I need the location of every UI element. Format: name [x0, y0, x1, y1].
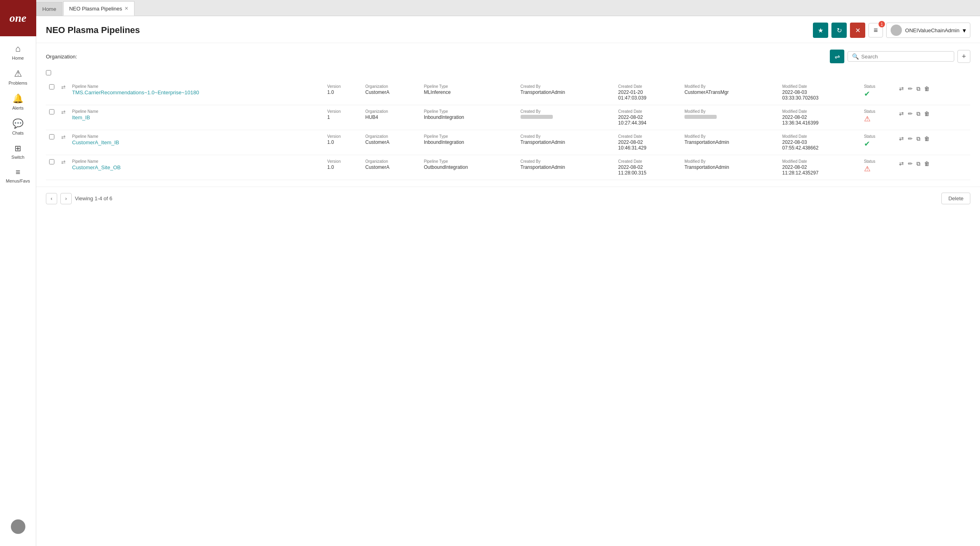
copy-action-button[interactable]: ⧉ — [915, 84, 922, 93]
modified-date-cell: Modified Date 2022-08-0211:28:12.435297 — [779, 155, 861, 180]
pipeline-name-cell: Pipeline Name TMS.CarrierRecommendations… — [69, 80, 324, 105]
logo-text: one — [10, 12, 27, 25]
sidebar-item-alerts[interactable]: 🔔 Alerts — [0, 89, 36, 114]
organization-value: CustomerA — [365, 89, 417, 95]
star-button[interactable]: ★ — [813, 23, 828, 38]
modified-date-label: Modified Date — [782, 159, 858, 164]
organization-value: HUB4 — [365, 114, 417, 120]
pipeline-type-value: InboundIntegration — [424, 114, 514, 120]
viewing-text: Viewing 1-4 of 6 — [75, 195, 112, 201]
pipeline-type-label: Pipeline Type — [424, 134, 514, 139]
app-logo[interactable]: one — [0, 0, 36, 36]
status-success-icon: ✔ — [864, 90, 870, 98]
table-row: ⇄ Pipeline Name CustomerA_Site_OB Versio… — [46, 155, 970, 180]
status-cell: Status ⚠ — [861, 155, 895, 180]
sidebar-item-label: Problems — [8, 81, 27, 85]
pipeline-name-value[interactable]: TMS.CarrierRecommendations~1.0~Enterpris… — [72, 89, 321, 95]
pipeline-name-label: Pipeline Name — [72, 109, 321, 114]
tab-neo[interactable]: NEO Plasma Pipelines ✕ — [63, 1, 135, 16]
dropdown-arrow-icon: ▾ — [963, 27, 966, 34]
modified-by-value: CustomerATransMgr — [684, 89, 776, 95]
refresh-button[interactable]: ↻ — [831, 23, 847, 38]
copy-action-button[interactable]: ⧉ — [915, 159, 922, 168]
row-checkbox[interactable] — [49, 159, 54, 164]
edit-action-button[interactable]: ✏ — [907, 159, 914, 168]
flow-action-button[interactable]: ⇄ — [898, 134, 905, 143]
prev-page-button[interactable]: ‹ — [46, 193, 57, 204]
delete-action-button[interactable]: 🗑 — [923, 84, 931, 93]
select-all-checkbox[interactable] — [46, 70, 51, 75]
created-date-cell: Created Date 2022-08-0210:27:44.394 — [615, 105, 681, 130]
add-icon: + — [962, 52, 966, 61]
created-by-cell: Created By TransportationAdmin — [517, 80, 615, 105]
modified-date-value: 2022-08-0303:33:30.702603 — [782, 89, 858, 101]
delete-action-button[interactable]: 🗑 — [923, 134, 931, 143]
status-success-icon: ✔ — [864, 140, 870, 148]
pipeline-type-cell: Pipeline Type OutboundIntegration — [421, 155, 517, 180]
pipeline-name-value[interactable]: Item_IB — [72, 114, 321, 120]
menu-icon: ≡ — [16, 168, 21, 177]
chat-icon: 💬 — [12, 118, 23, 129]
sidebar-item-switch[interactable]: ⊞ Switch — [0, 139, 36, 164]
pipeline-name-value[interactable]: CustomerA_Item_IB — [72, 139, 321, 145]
pipeline-type-value: MLInference — [424, 89, 514, 95]
pipeline-type-label: Pipeline Type — [424, 109, 514, 114]
modified-date-label: Modified Date — [782, 84, 858, 89]
flow-action-button[interactable]: ⇄ — [898, 159, 905, 168]
sidebar-item-chats[interactable]: 💬 Chats — [0, 114, 36, 139]
table-row: ⇄ Pipeline Name TMS.CarrierRecommendatio… — [46, 80, 970, 105]
header-actions: ★ ↻ ✕ ≡ 1 ONEIValueChainAdmin ▾ — [813, 23, 970, 38]
close-button[interactable]: ✕ — [850, 23, 865, 38]
status-error-icon: ⚠ — [864, 115, 870, 123]
created-date-value: 2022-08-0210:46:31.429 — [618, 139, 678, 151]
add-button[interactable]: + — [957, 50, 970, 63]
organization-label: Organization — [365, 134, 417, 139]
row-checkbox-cell — [46, 130, 58, 155]
modified-date-value: 2022-08-0307:55:42.438662 — [782, 139, 858, 151]
modified-by-cell: Modified By — [681, 105, 779, 130]
search-input[interactable] — [861, 54, 950, 60]
delete-action-button[interactable]: 🗑 — [923, 159, 931, 168]
copy-action-button[interactable]: ⧉ — [915, 134, 922, 143]
close-icon: ✕ — [855, 27, 860, 34]
edit-action-button[interactable]: ✏ — [907, 134, 914, 143]
row-checkbox[interactable] — [49, 84, 54, 89]
next-page-button[interactable]: › — [60, 193, 72, 204]
table-row: ⇄ Pipeline Name CustomerA_Item_IB Versio… — [46, 130, 970, 155]
sidebar-user-avatar[interactable] — [9, 515, 27, 538]
created-by-value: TransportationAdmin — [521, 89, 612, 95]
star-icon: ★ — [818, 27, 823, 34]
delete-button[interactable]: Delete — [941, 193, 970, 204]
edit-action-button[interactable]: ✏ — [907, 109, 914, 118]
modified-by-label: Modified By — [684, 159, 776, 164]
menu-button-container: ≡ 1 — [868, 23, 883, 37]
pipeline-type-icon: ⇄ — [61, 84, 66, 90]
pipeline-type-icon: ⇄ — [61, 109, 66, 115]
pipeline-icon-cell: ⇄ — [58, 105, 69, 130]
search-icon: 🔍 — [852, 53, 859, 60]
sidebar-item-home[interactable]: ⌂ Home — [0, 39, 36, 64]
pipeline-type-cell: Pipeline Type MLInference — [421, 80, 517, 105]
pipeline-icon-cell: ⇄ — [58, 130, 69, 155]
delete-action-button[interactable]: 🗑 — [923, 109, 931, 118]
data-table: ⇄ Pipeline Name TMS.CarrierRecommendatio… — [46, 80, 970, 180]
refresh-icon: ↻ — [837, 27, 842, 34]
created-date-label: Created Date — [618, 109, 678, 114]
pipeline-name-value[interactable]: CustomerA_Site_OB — [72, 164, 321, 170]
modified-by-cell: Modified By TransportationAdmin — [681, 155, 779, 180]
status-cell: Status ⚠ — [861, 105, 895, 130]
copy-action-button[interactable]: ⧉ — [915, 109, 922, 118]
edit-action-button[interactable]: ✏ — [907, 84, 914, 93]
user-dropdown[interactable]: ONEIValueChainAdmin ▾ — [886, 23, 970, 38]
version-cell: Version 1 — [324, 105, 362, 130]
filter-button[interactable]: ⇌ — [830, 50, 844, 63]
row-checkbox[interactable] — [49, 109, 54, 114]
row-checkbox[interactable] — [49, 134, 54, 139]
sidebar-item-menus[interactable]: ≡ Menus/Favs — [0, 164, 36, 187]
tab-close-icon[interactable]: ✕ — [124, 6, 128, 11]
sidebar-item-problems[interactable]: ⚠ Problems — [0, 64, 36, 89]
flow-action-button[interactable]: ⇄ — [898, 109, 905, 118]
flow-action-button[interactable]: ⇄ — [898, 84, 905, 93]
pipeline-icon-cell: ⇄ — [58, 80, 69, 105]
tab-home[interactable]: Home — [36, 2, 62, 16]
